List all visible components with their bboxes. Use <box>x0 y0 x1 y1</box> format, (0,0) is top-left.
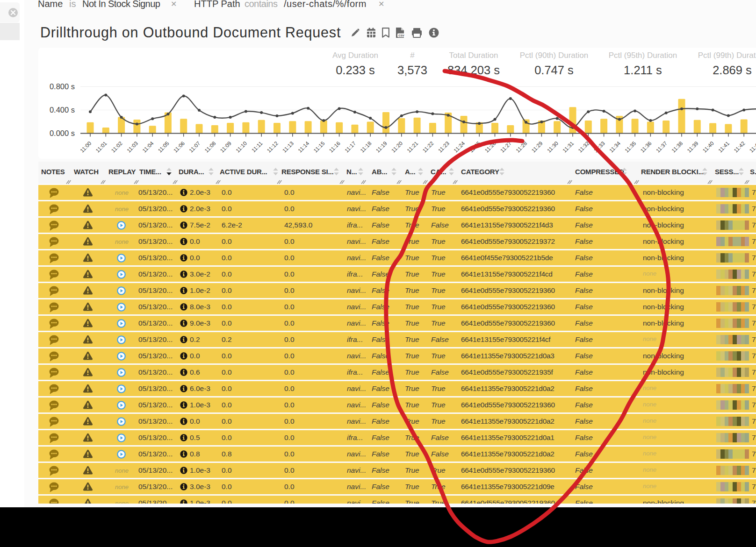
svg-text:11:27: 11:27 <box>499 140 512 153</box>
svg-text:0.400 s: 0.400 s <box>50 106 75 114</box>
svg-text:11:34: 11:34 <box>608 140 622 154</box>
svg-text:11:01: 11:01 <box>94 140 108 153</box>
svg-text:11:07: 11:07 <box>188 140 201 153</box>
svg-text:11:24: 11:24 <box>453 140 466 154</box>
svg-text:11:43: 11:43 <box>749 140 756 153</box>
svg-text:11:09: 11:09 <box>219 140 232 153</box>
svg-text:11:04: 11:04 <box>141 140 155 154</box>
svg-text:11:36: 11:36 <box>640 140 653 153</box>
svg-text:11:29: 11:29 <box>531 140 544 153</box>
svg-text:11:40: 11:40 <box>702 140 715 153</box>
svg-text:11:31: 11:31 <box>562 140 575 153</box>
svg-text:11:03: 11:03 <box>126 140 139 153</box>
svg-text:11:05: 11:05 <box>157 140 170 153</box>
svg-text:11:39: 11:39 <box>686 140 699 153</box>
svg-text:11:08: 11:08 <box>203 140 216 153</box>
svg-text:11:14: 11:14 <box>297 140 310 154</box>
svg-text:11:00: 11:00 <box>79 140 92 153</box>
svg-text:11:32: 11:32 <box>577 140 590 153</box>
svg-text:11:17: 11:17 <box>344 140 357 153</box>
svg-text:0.800 s: 0.800 s <box>50 82 75 91</box>
svg-text:11:16: 11:16 <box>328 140 341 153</box>
svg-text:11:18: 11:18 <box>359 140 372 153</box>
svg-text:11:12: 11:12 <box>266 140 279 153</box>
svg-text:11:21: 11:21 <box>406 140 419 153</box>
svg-text:11:37: 11:37 <box>655 140 668 153</box>
svg-text:11:22: 11:22 <box>422 140 435 153</box>
svg-text:11:26: 11:26 <box>484 140 497 153</box>
svg-text:11:23: 11:23 <box>437 140 450 153</box>
svg-text:11:25: 11:25 <box>468 140 481 153</box>
svg-text:11:10: 11:10 <box>235 140 248 153</box>
svg-text:csv: csv <box>398 33 404 37</box>
svg-text:11:42: 11:42 <box>733 140 746 153</box>
svg-text:11:41: 11:41 <box>717 140 730 153</box>
svg-text:0.000 s: 0.000 s <box>50 129 75 137</box>
svg-text:11:11: 11:11 <box>251 140 264 153</box>
svg-text:11:13: 11:13 <box>281 140 295 153</box>
svg-text:11:38: 11:38 <box>670 140 684 153</box>
svg-text:11:28: 11:28 <box>515 140 528 153</box>
svg-text:11:30: 11:30 <box>546 140 559 153</box>
svg-text:11:35: 11:35 <box>624 140 637 153</box>
svg-text:11:33: 11:33 <box>593 140 606 153</box>
svg-text:11:19: 11:19 <box>375 140 388 153</box>
svg-text:11:02: 11:02 <box>110 140 123 153</box>
svg-text:11:06: 11:06 <box>173 140 186 153</box>
svg-text:11:15: 11:15 <box>312 140 325 153</box>
svg-text:11:20: 11:20 <box>390 140 403 153</box>
